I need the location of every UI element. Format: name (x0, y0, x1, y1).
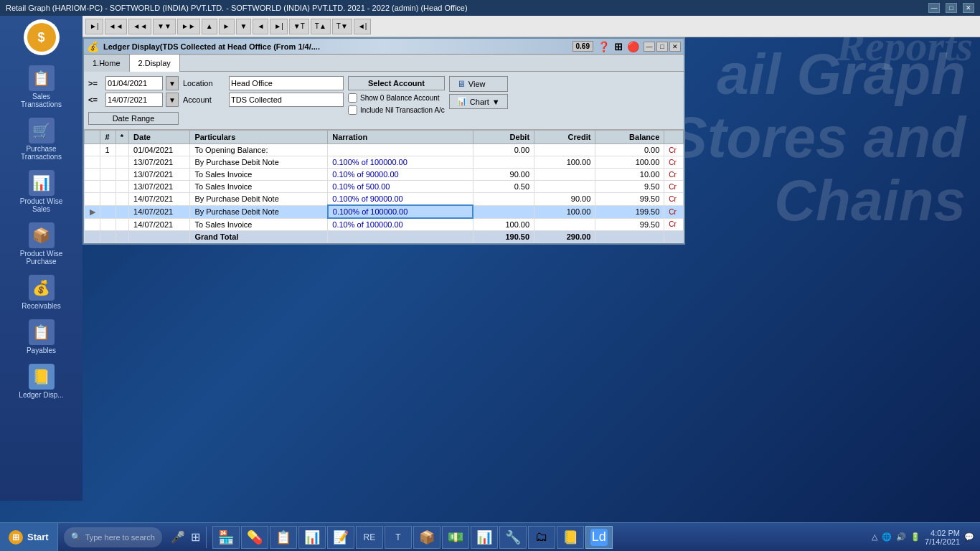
taskbar-item-11[interactable]: 🔧 (499, 526, 527, 549)
table-row[interactable]: 13/07/2021 To Sales Invoice 0.10% of 900… (85, 169, 684, 181)
taskbar-item-5[interactable]: 📝 (327, 526, 354, 549)
select-account-button[interactable]: Select Account (348, 76, 445, 90)
notification-icon[interactable]: 💬 (964, 532, 974, 542)
title-bar-controls: — □ ✕ (928, 3, 974, 13)
toolbar-btn-14[interactable]: ◄| (354, 19, 372, 34)
date-to-picker[interactable]: ▼ (166, 93, 179, 107)
table-row[interactable]: 14/07/2021 By Purchase Debit Note 0.100%… (85, 193, 684, 206)
taskbar-item-10[interactable]: 📊 (471, 526, 498, 549)
taskbar-icon-11: 🔧 (504, 529, 522, 546)
taskbar-item-1[interactable]: 🏪 (212, 526, 240, 549)
table-row[interactable]: 14/07/2021 To Sales Invoice 0.10% of 100… (85, 218, 684, 231)
sidebar-item-sales[interactable]: 📋 SalesTransactions (6, 62, 77, 111)
taskbar-mic-icon[interactable]: 🎤 (168, 530, 188, 544)
row-bal-type: Cr (664, 218, 684, 231)
sidebar-item-receivables[interactable]: 💰 Receivables (6, 272, 77, 313)
taskbar-search-icon[interactable]: ⊞ (188, 530, 203, 544)
toolbar-btn-11[interactable]: ▼T (289, 19, 309, 34)
window-minimize[interactable]: — (644, 42, 655, 52)
toolbar-btn-8[interactable]: ▼ (236, 19, 252, 34)
taskbar-item-4[interactable]: 📊 (298, 526, 326, 549)
toolbar-btn-12[interactable]: T▲ (311, 19, 331, 34)
view-button[interactable]: 🖥 View (449, 76, 508, 92)
clock-date: 7/14/2021 (925, 537, 960, 546)
sales-icon: 📋 (29, 65, 55, 91)
toolbar: ►| ◄◄ ◄◄ ▼▼ ►► ▲ ► ▼ ◄ ►| ▼T T▲ T▼ ◄| (83, 16, 980, 37)
logo: $ (24, 19, 60, 55)
row-num (100, 205, 116, 218)
tab-home[interactable]: 1.Home (84, 55, 130, 72)
taskbar-icon-2: 💊 (246, 529, 263, 546)
window-close[interactable]: ✕ (669, 42, 681, 52)
sidebar-label-receivables: Receivables (22, 302, 60, 310)
grand-total-credit: 290.00 (534, 231, 595, 243)
toolbar-btn-3[interactable]: ◄◄ (128, 19, 151, 34)
date-from-label: >= (88, 79, 103, 88)
search-bar[interactable]: 🔍 Type here to search (64, 527, 162, 547)
toolbar-btn-13[interactable]: T▼ (332, 19, 352, 34)
sidebar-label-product-purchase: Product WisePurchase (20, 250, 62, 265)
row-debit: 90.00 (473, 169, 534, 181)
system-tray: △ 🌐 🔊 🔋 4:02 PM 7/14/2021 💬 (866, 529, 980, 546)
search-icon: 🔍 (71, 532, 81, 542)
maximize-button[interactable]: □ (946, 3, 957, 13)
taskbar-item-13[interactable]: 📒 (557, 526, 584, 549)
tray-up-icon[interactable]: △ (872, 532, 877, 542)
taskbar-item-7[interactable]: T (385, 526, 412, 549)
window-maximize[interactable]: □ (656, 42, 668, 52)
date-range-button[interactable]: Date Range (88, 112, 179, 125)
toolbar-btn-6[interactable]: ▲ (202, 19, 217, 34)
toolbar-btn-7[interactable]: ► (219, 19, 235, 34)
table-row[interactable]: 13/07/2021 To Sales Invoice 0.10% of 500… (85, 181, 684, 193)
taskbar-icon-3: 📋 (275, 529, 292, 546)
tray-network-icon[interactable]: 🌐 (882, 532, 892, 542)
row-balance: 9.50 (595, 181, 664, 193)
minimize-button[interactable]: — (928, 3, 940, 13)
include-nil-checkbox[interactable] (348, 105, 357, 115)
tray-battery-icon[interactable]: 🔋 (910, 532, 920, 542)
row-flag (116, 144, 128, 156)
sidebar-item-ledger[interactable]: 📒 Ledger Disp... (6, 361, 77, 402)
start-button[interactable]: ⊞ Start (0, 523, 58, 552)
tab-display[interactable]: 2.Display (130, 55, 180, 72)
table-row-current[interactable]: ▶ 14/07/2021 By Purchase Debit Note 0.10… (85, 205, 684, 218)
taskbar-icon-13: 📒 (562, 529, 579, 546)
title-bar: Retail Graph (HARIOM-PC) - SOFTWORLD (IN… (0, 0, 980, 16)
date-from-input[interactable] (105, 76, 163, 90)
close-button[interactable]: ✕ (963, 3, 974, 13)
table-row[interactable]: 13/07/2021 By Purchase Debit Note 0.100%… (85, 156, 684, 169)
show-zero-balance-checkbox[interactable] (348, 93, 357, 103)
taskbar-item-2[interactable]: 💊 (241, 526, 268, 549)
chart-button[interactable]: 📊 Chart ▼ (449, 94, 508, 109)
taskbar-item-12[interactable]: 🗂 (528, 526, 555, 549)
toolbar-btn-2[interactable]: ◄◄ (105, 19, 128, 34)
date-to-input[interactable] (105, 93, 163, 107)
row-num (100, 169, 116, 181)
date-from-picker[interactable]: ▼ (166, 76, 179, 90)
toolbar-btn-5[interactable]: ►► (177, 19, 200, 34)
row-balance: 99.50 (595, 218, 664, 231)
toolbar-btn-9[interactable]: ◄ (253, 19, 268, 34)
taskbar-item-3[interactable]: 📋 (270, 526, 297, 549)
include-nil-row: Include Nil Transaction A/c (348, 105, 445, 115)
clock[interactable]: 4:02 PM 7/14/2021 (925, 529, 960, 546)
version-badge: 0.69 (573, 41, 593, 52)
toolbar-btn-1[interactable]: ►| (85, 19, 103, 34)
close-icon[interactable]: 🔴 (627, 41, 639, 52)
tray-volume-icon[interactable]: 🔊 (896, 532, 906, 542)
toolbar-btn-4[interactable]: ▼▼ (153, 19, 176, 34)
taskbar-item-ledger-active[interactable]: Ld (585, 526, 613, 549)
sidebar-item-purchase[interactable]: 🛒 PurchaseTransactions (6, 115, 77, 164)
taskbar-item-6[interactable]: RE (356, 526, 383, 549)
sidebar-item-payables[interactable]: 📋 Payables (6, 316, 77, 357)
help-icon[interactable]: ❓ (598, 41, 610, 52)
sidebar-item-product-sales[interactable]: 📊 Product WiseSales (6, 167, 77, 216)
taskbar-item-9[interactable]: 💵 (442, 526, 469, 549)
settings-icon[interactable]: ⊞ (614, 41, 623, 52)
account-select[interactable]: TDS Collected (229, 93, 344, 107)
toolbar-btn-10[interactable]: ►| (270, 19, 288, 34)
sidebar-item-product-purchase[interactable]: 📦 Product WisePurchase (6, 220, 77, 268)
table-row[interactable]: 1 01/04/2021 To Opening Balance: 0.00 0.… (85, 144, 684, 156)
taskbar-item-8[interactable]: 📦 (413, 526, 440, 549)
location-select[interactable]: Head Office (229, 76, 344, 90)
